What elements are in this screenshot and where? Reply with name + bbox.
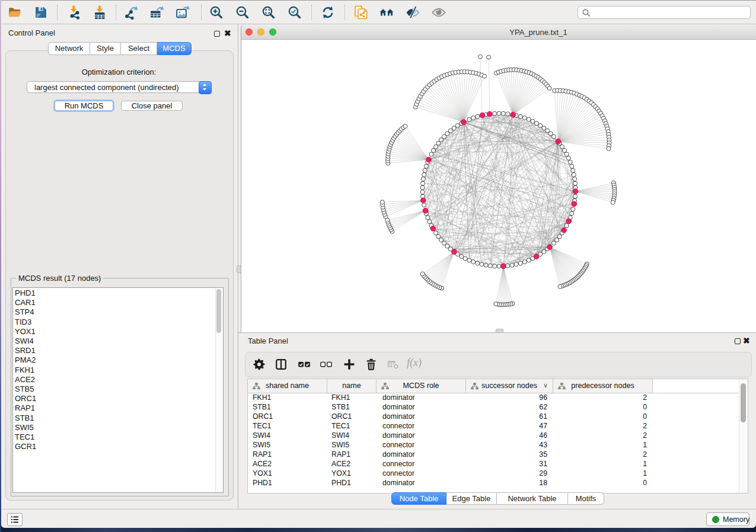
result-scrollbar[interactable] bbox=[215, 289, 222, 493]
dominator-node[interactable] bbox=[534, 254, 539, 259]
dominator-node[interactable] bbox=[480, 113, 485, 118]
deselect-all-checkbox-icon[interactable] bbox=[320, 358, 333, 371]
table-row[interactable]: YOX1YOX1connector291 bbox=[248, 469, 748, 478]
mcds-result-item[interactable]: PHD1 bbox=[15, 289, 223, 298]
window-close-icon[interactable] bbox=[245, 28, 253, 36]
run-mcds-button[interactable]: Run MCDS bbox=[55, 101, 113, 111]
dominator-node[interactable] bbox=[562, 227, 567, 233]
table-row[interactable]: RAP1RAP1dominator352 bbox=[248, 450, 748, 459]
dominator-node[interactable] bbox=[573, 189, 578, 194]
mcds-result-item[interactable]: YOX1 bbox=[15, 327, 223, 336]
tab-edge-table[interactable]: Edge Table bbox=[446, 492, 497, 505]
mcds-result-item[interactable]: SWI5 bbox=[15, 423, 223, 432]
window-minimize-icon[interactable] bbox=[257, 28, 264, 36]
mcds-result-item[interactable]: STP4 bbox=[15, 307, 223, 317]
column-header-predecessor-nodes[interactable]: predecessor nodes bbox=[553, 379, 653, 393]
column-header-shared-name[interactable]: shared name bbox=[248, 379, 327, 393]
result-scrollbar-thumb[interactable] bbox=[216, 289, 221, 333]
mcds-result-item[interactable]: CAR1 bbox=[15, 298, 223, 307]
open-file-icon[interactable] bbox=[7, 5, 23, 20]
import-network-icon[interactable] bbox=[66, 5, 82, 20]
table-row[interactable]: PHD1PHD1dominator180 bbox=[248, 478, 748, 488]
export-network-icon[interactable] bbox=[124, 5, 139, 20]
select-all-checkbox-icon[interactable] bbox=[298, 358, 311, 371]
table-panel-float-icon[interactable] bbox=[735, 338, 741, 344]
search-input[interactable] bbox=[594, 7, 747, 19]
dominator-node[interactable] bbox=[461, 120, 467, 125]
control-panel-float-icon[interactable] bbox=[214, 31, 220, 37]
mcds-result-item[interactable]: FKH1 bbox=[15, 366, 223, 375]
dominator-node[interactable] bbox=[426, 157, 432, 162]
dominator-node[interactable] bbox=[452, 249, 457, 255]
column-header-name[interactable]: name bbox=[327, 379, 377, 393]
table-row[interactable]: FKH1FKH1dominator962 bbox=[248, 393, 748, 402]
dominator-node[interactable] bbox=[566, 219, 572, 224]
save-session-icon[interactable] bbox=[33, 5, 49, 20]
table-row[interactable]: STB1STB1dominator620 bbox=[248, 402, 748, 412]
mcds-result-item[interactable]: TID3 bbox=[15, 318, 223, 327]
import-table-icon[interactable] bbox=[92, 5, 107, 20]
gear-icon[interactable] bbox=[253, 358, 266, 371]
tab-node-table[interactable]: Node Table bbox=[391, 492, 446, 505]
network-graph[interactable] bbox=[241, 40, 756, 332]
column-header-successor-nodes[interactable]: successor nodes∨ bbox=[466, 379, 553, 393]
zoom-selected-icon[interactable] bbox=[287, 5, 302, 20]
table-scrollbar[interactable] bbox=[739, 379, 748, 493]
dominator-node[interactable] bbox=[556, 139, 561, 145]
automation-panel-button[interactable] bbox=[7, 513, 23, 526]
export-image-icon[interactable] bbox=[175, 5, 190, 20]
clone-network-icon[interactable] bbox=[353, 5, 369, 20]
dominator-node[interactable] bbox=[547, 245, 553, 250]
mcds-result-item[interactable]: PMA2 bbox=[15, 355, 223, 365]
dominator-node[interactable] bbox=[511, 112, 516, 117]
delete-table-icon[interactable] bbox=[387, 358, 400, 371]
fit-content-icon[interactable] bbox=[261, 5, 276, 20]
mcds-result-item[interactable]: GCR1 bbox=[15, 442, 223, 451]
mcds-result-list[interactable]: PHD1CAR1STP4TID3YOX1SWI4SRD1PMA2FKH1ACE2… bbox=[12, 287, 224, 493]
table-row[interactable]: ORC1ORC1dominator610 bbox=[248, 412, 748, 421]
table-row[interactable]: ACE2ACE2connector311 bbox=[248, 459, 748, 469]
control-panel-close-icon[interactable]: ✖ bbox=[224, 30, 231, 37]
delete-column-icon[interactable] bbox=[365, 358, 378, 371]
tab-network[interactable]: Network bbox=[48, 42, 90, 55]
mcds-result-item[interactable]: STB5 bbox=[15, 384, 223, 394]
dominator-node[interactable] bbox=[572, 201, 577, 207]
column-header-MCDS-role[interactable]: MCDS role bbox=[377, 379, 466, 393]
table-row[interactable]: TEC1TEC1connector472 bbox=[248, 421, 748, 431]
window-zoom-icon[interactable] bbox=[269, 28, 276, 36]
dominator-node[interactable] bbox=[430, 226, 436, 232]
mcds-result-item[interactable]: SRD1 bbox=[15, 346, 223, 355]
tab-mcds[interactable]: MCDS bbox=[157, 42, 192, 55]
tab-network-table[interactable]: Network Table bbox=[497, 492, 568, 505]
show-hide-panels-icon[interactable] bbox=[379, 5, 394, 20]
split-columns-icon[interactable] bbox=[275, 358, 288, 371]
mcds-result-item[interactable]: ACE2 bbox=[15, 375, 223, 384]
tab-motifs[interactable]: Motifs bbox=[568, 492, 604, 505]
show-all-icon[interactable] bbox=[431, 5, 446, 20]
tab-style[interactable]: Style bbox=[90, 42, 121, 55]
export-table-icon[interactable] bbox=[149, 5, 164, 20]
dominator-node[interactable] bbox=[420, 198, 426, 203]
mcds-result-item[interactable]: TEC1 bbox=[15, 432, 223, 442]
table-row[interactable]: SWI5SWI5connector431 bbox=[248, 440, 748, 450]
update-icon[interactable] bbox=[320, 5, 336, 20]
mcds-result-item[interactable]: SWI4 bbox=[15, 336, 223, 346]
hide-selected-icon[interactable] bbox=[405, 5, 420, 20]
close-panel-button[interactable]: Close panel bbox=[121, 101, 183, 111]
table-row[interactable]: SWI4SWI4dominator462 bbox=[248, 431, 748, 440]
add-column-icon[interactable] bbox=[343, 358, 356, 371]
mcds-result-item[interactable]: ORC1 bbox=[15, 394, 223, 403]
search-box[interactable] bbox=[578, 6, 751, 19]
dominator-node[interactable] bbox=[487, 111, 493, 117]
zoom-out-icon[interactable] bbox=[235, 5, 250, 20]
mcds-result-item[interactable]: STB1 bbox=[15, 414, 223, 423]
table-scrollbar-thumb[interactable] bbox=[741, 383, 746, 422]
table-panel-close-icon[interactable]: ✖ bbox=[743, 337, 750, 344]
criterion-dropdown[interactable]: largest connected component (undirected) bbox=[27, 81, 212, 93]
mcds-result-item[interactable]: RAP1 bbox=[15, 403, 223, 413]
dominator-node[interactable] bbox=[501, 264, 506, 269]
memory-button[interactable]: Memory bbox=[706, 512, 749, 526]
dominator-node[interactable] bbox=[423, 208, 428, 213]
network-view[interactable] bbox=[241, 40, 756, 332]
zoom-in-icon[interactable] bbox=[209, 5, 224, 20]
